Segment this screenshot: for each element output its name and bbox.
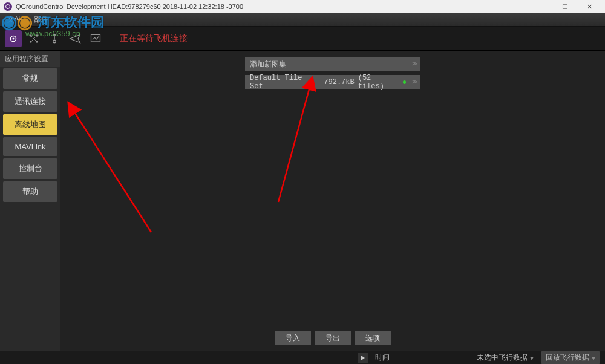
menu-widgets[interactable]: 部件: [30, 13, 52, 26]
minimize-button[interactable]: ─: [529, 0, 553, 13]
sidebar-item-mavlink[interactable]: MAVLink: [3, 137, 57, 156]
chevron-right-icon: >>: [412, 79, 416, 86]
default-tileset-row[interactable]: Default Tile Set 792.7kB (52 tiles) >>: [245, 75, 420, 89]
window-title: QGroundControl Development HEAD:978279c6…: [16, 3, 529, 10]
sidebar-title: 应用程序设置: [0, 51, 60, 67]
toolbar: 正在等待飞机连接: [0, 27, 605, 51]
analyze-icon[interactable]: [87, 30, 104, 47]
menubar: 文件 部件: [0, 13, 605, 27]
sidebar-item-help[interactable]: 帮助: [3, 181, 57, 202]
tileset-count: (52 tiles): [358, 74, 397, 91]
close-button[interactable]: ✕: [577, 0, 601, 13]
settings-icon[interactable]: [5, 30, 22, 47]
footer: 时间 未选中飞行数据▾ 回放飞行数据▾: [0, 351, 605, 364]
footer-nodata: 未选中飞行数据▾: [477, 353, 534, 363]
svg-point-6: [53, 40, 56, 43]
chevron-right-icon: >>: [412, 61, 416, 68]
app-icon: [4, 2, 12, 11]
sidebar-item-comm[interactable]: 通讯连接: [3, 91, 57, 112]
annotation-arrows: [60, 51, 605, 353]
setup-icon[interactable]: [25, 30, 42, 47]
sidebar-item-general[interactable]: 常规: [3, 68, 57, 89]
svg-point-1: [13, 37, 15, 39]
tile-panel: 添加新图集 >> Default Tile Set 792.7kB (52 ti…: [245, 57, 420, 89]
import-button[interactable]: 导入: [275, 331, 311, 345]
tileset-name: Default Tile Set: [250, 74, 312, 91]
menu-file[interactable]: 文件: [4, 13, 25, 26]
export-button[interactable]: 导出: [315, 331, 351, 345]
connection-status: 正在等待飞机连接: [120, 33, 188, 44]
add-tileset-row[interactable]: 添加新图集 >>: [245, 57, 420, 71]
main-area: 应用程序设置 常规 通讯连接 离线地图 MAVLink 控制台 帮助 添加新图集…: [0, 51, 605, 351]
status-dot-icon: [403, 80, 406, 84]
titlebar: QGroundControl Development HEAD:978279c6…: [0, 0, 605, 13]
maximize-button[interactable]: ☐: [553, 0, 577, 13]
svg-line-9: [278, 87, 310, 202]
bottom-button-bar: 导入 导出 选项: [275, 331, 391, 345]
footer-time: 时间: [375, 353, 390, 363]
options-button[interactable]: 选项: [355, 331, 391, 345]
sidebar-item-offline-maps[interactable]: 离线地图: [3, 114, 57, 135]
sidebar-item-console[interactable]: 控制台: [3, 158, 57, 179]
replay-button[interactable]: 回放飞行数据▾: [541, 351, 600, 364]
add-tileset-label: 添加新图集: [250, 59, 406, 70]
content-area: 添加新图集 >> Default Tile Set 792.7kB (52 ti…: [60, 51, 605, 351]
pin-icon[interactable]: [46, 30, 63, 47]
play-icon[interactable]: [358, 353, 368, 363]
svg-line-8: [74, 111, 151, 232]
plane-icon[interactable]: [67, 30, 83, 47]
sidebar: 应用程序设置 常规 通讯连接 离线地图 MAVLink 控制台 帮助: [0, 51, 60, 351]
tileset-size: 792.7kB: [324, 78, 354, 86]
